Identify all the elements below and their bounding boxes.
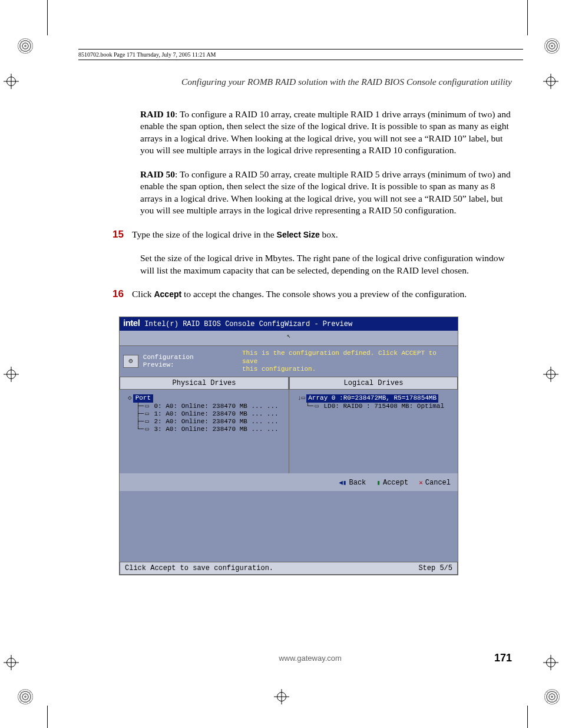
step16-post: to accept the changes. The console shows… <box>181 289 467 299</box>
status-right: Step 5/5 <box>418 564 452 572</box>
back-button[interactable]: ◀▮ Back <box>339 479 366 487</box>
array-icon: ↓▭ <box>297 394 305 401</box>
port-icon: ◇ <box>128 394 132 401</box>
step16-bold: Accept <box>154 289 181 299</box>
config-label: Configuration Preview: <box>143 354 242 369</box>
window-titlebar: intel Intel(r) RAID BIOS Console ConfigW… <box>120 317 458 331</box>
crop-line <box>527 706 528 728</box>
disk-icon: ▭ <box>315 403 319 410</box>
cursor-icon: ↖ <box>287 332 291 340</box>
cancel-button[interactable]: ✕ Cancel <box>419 479 451 487</box>
registration-mark <box>543 367 558 382</box>
accept-icon: ▮ <box>376 479 381 487</box>
disk-icon: ▭ <box>145 410 149 417</box>
drive-label: 2: A0: Online: 238470 MB ... ... <box>154 418 278 425</box>
raid50-text: : To configure a RAID 50 array, create m… <box>140 169 511 215</box>
config-icon: ⚙ <box>123 355 138 368</box>
raid50-label: RAID 50 <box>140 169 175 179</box>
registration-mark <box>4 74 19 89</box>
accept-label: Accept <box>383 479 408 487</box>
page-number: 171 <box>494 652 512 664</box>
page-footer: www.gateway.com 171 <box>108 652 512 664</box>
step-15: 15 Type the size of the logical drive in… <box>108 229 512 241</box>
physical-drives-header: Physical Drives <box>120 377 289 390</box>
raid10-text: : To configure a RAID 10 array, create m… <box>140 109 511 155</box>
config-msg-line2: this configuration. <box>242 365 316 373</box>
registration-dot <box>18 38 33 54</box>
logical-drives-column: Logical Drives ↓▭Array 0 :R0=238472MB, R… <box>289 377 458 473</box>
physical-drive-item[interactable]: ▭ 2: A0: Online: 238470 MB ... ... <box>133 418 283 426</box>
registration-dot <box>544 38 560 54</box>
raid10-paragraph: RAID 10: To configure a RAID 10 array, c… <box>140 108 512 157</box>
toolbar: ↖ <box>120 331 458 346</box>
ld-label: LD0: RAID0 : 715408 MB: Optimal <box>323 403 444 410</box>
step16-pre: Click <box>132 289 154 299</box>
screenshot-preview-window: intel Intel(r) RAID BIOS Console ConfigW… <box>119 317 458 575</box>
physical-drive-item[interactable]: ▭ 3: A0: Online: 238470 MB ... ... <box>133 426 283 433</box>
physical-drive-item[interactable]: ▭ 0: A0: Online: 238470 MB ... ... <box>133 403 283 410</box>
crop-line <box>527 0 528 35</box>
section-title: Configuring your ROMB RAID solution with… <box>108 77 512 87</box>
footer-url: www.gateway.com <box>279 654 342 663</box>
logical-drive-item[interactable]: ▭ LD0: RAID0 : 715408 MB: Optimal <box>302 403 452 410</box>
crop-line <box>47 706 48 728</box>
drive-label: 0: A0: Online: 238470 MB ... ... <box>154 403 278 410</box>
step15-bold: Select Size <box>277 230 320 239</box>
config-message: This is the configuration defined. Click… <box>242 350 454 373</box>
config-msg-line1: This is the configuration defined. Click… <box>242 350 437 364</box>
disk-icon: ▭ <box>145 403 149 410</box>
logical-drives-tree: ↓▭Array 0 :R0=238472MB, R5=178854MB ▭ LD… <box>289 390 458 473</box>
array-item[interactable]: Array 0 :R0=238472MB, R5=178854MB <box>306 394 438 402</box>
config-preview-row: ⚙ Configuration Preview: This is the con… <box>120 346 458 377</box>
drive-label: 3: A0: Online: 238470 MB ... ... <box>154 426 278 433</box>
step-body: Type the size of the logical drive in th… <box>132 229 512 241</box>
drive-label: 1: A0: Online: 238470 MB ... ... <box>154 410 278 417</box>
disk-icon: ▭ <box>145 418 149 425</box>
status-left: Click Accept to save configuration. <box>125 564 273 572</box>
registration-mark <box>543 655 558 670</box>
step-number: 15 <box>108 229 132 241</box>
cancel-label: Cancel <box>425 479 451 487</box>
status-bar: Click Accept to save configuration. Step… <box>120 562 458 575</box>
physical-drives-column: Physical Drives ◇Port ▭ 0: A0: Online: 2… <box>120 377 289 473</box>
registration-mark <box>543 74 558 89</box>
step-body: Click Accept to accept the changes. The … <box>132 288 512 300</box>
registration-dot <box>544 689 560 704</box>
step-16: 16 Click Accept to accept the changes. T… <box>108 288 512 300</box>
window-title: Intel(r) RAID BIOS Console ConfigWizard … <box>144 320 352 328</box>
raid10-label: RAID 10 <box>140 109 175 119</box>
button-row: ◀▮ Back ▮ Accept ✕ Cancel <box>120 474 458 490</box>
back-label: Back <box>349 479 366 487</box>
logical-drives-header: Logical Drives <box>289 377 458 390</box>
disk-icon: ▭ <box>145 426 149 433</box>
registration-dot <box>18 689 33 704</box>
step15-para2: Set the size of the logical drive in Mby… <box>140 252 512 276</box>
cancel-icon: ✕ <box>419 479 423 487</box>
physical-drives-tree: ◇Port ▭ 0: A0: Online: 238470 MB ... ...… <box>120 390 289 473</box>
step15-pre: Type the size of the logical drive in th… <box>132 229 277 239</box>
crop-line <box>47 0 48 35</box>
physical-drive-item[interactable]: ▭ 1: A0: Online: 238470 MB ... ... <box>133 410 283 418</box>
step-number: 16 <box>108 288 132 300</box>
arrow-left-icon: ◀▮ <box>339 479 346 487</box>
content-area: Configuring your ROMB RAID solution with… <box>108 77 512 575</box>
empty-area <box>120 491 458 562</box>
registration-mark <box>4 655 19 670</box>
registration-mark <box>274 689 289 704</box>
intel-logo: intel <box>122 318 141 330</box>
page: 8510702.book Page 171 Thursday, July 7, … <box>0 0 562 728</box>
step15-post: box. <box>320 229 338 239</box>
port-root[interactable]: Port <box>133 394 153 402</box>
registration-mark <box>4 367 19 382</box>
raid50-paragraph: RAID 50: To configure a RAID 50 array, c… <box>140 169 512 217</box>
accept-button[interactable]: ▮ Accept <box>376 479 408 487</box>
drives-row: Physical Drives ◇Port ▭ 0: A0: Online: 2… <box>120 377 458 473</box>
print-header: 8510702.book Page 171 Thursday, July 7, … <box>78 49 523 60</box>
